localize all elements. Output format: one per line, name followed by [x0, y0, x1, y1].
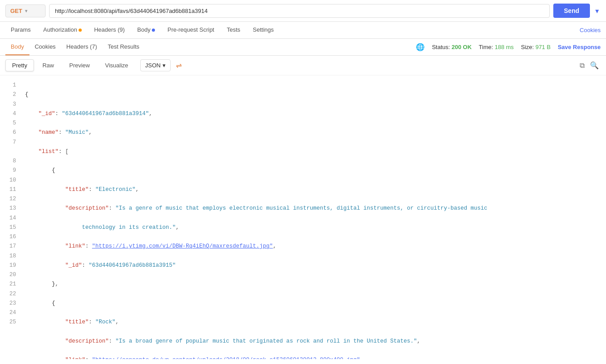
json-label: JSON	[145, 62, 161, 69]
send-dropdown-button[interactable]: ▾	[593, 7, 601, 15]
method-select[interactable]: GET ▾	[5, 4, 46, 17]
size-value: 971 B	[535, 44, 551, 50]
send-button[interactable]: Send	[553, 4, 590, 18]
format-pretty-button[interactable]: Pretty	[5, 59, 34, 71]
res-tab-cookies[interactable]: Cookies	[29, 39, 61, 55]
globe-icon: 🌐	[416, 43, 425, 51]
format-raw-button[interactable]: Raw	[36, 59, 61, 71]
response-tabs: Body Cookies Headers (7) Test Results 🌐 …	[0, 39, 606, 56]
request-tabs: Params Authorization Headers (9) Body Pr…	[0, 22, 606, 39]
save-response-button[interactable]: Save Response	[558, 44, 601, 50]
time-label: Time: 188 ms	[479, 44, 514, 50]
res-tab-test-results[interactable]: Test Results	[102, 39, 145, 55]
response-body: 12345 67 89 1011121314 1516171819 202122…	[0, 75, 606, 359]
size-label: Size: 971 B	[521, 44, 551, 50]
tab-prerequest[interactable]: Pre-request Script	[162, 22, 220, 38]
tab-authorization[interactable]: Authorization	[38, 22, 87, 38]
format-visualize-button[interactable]: Visualize	[98, 59, 135, 71]
res-tab-headers[interactable]: Headers (7)	[61, 39, 103, 55]
json-content: { "_id": "63d440641967ad6b881a3914", "na…	[20, 75, 606, 359]
json-chevron-icon: ▾	[163, 62, 166, 69]
filter-icon[interactable]: ⇌	[174, 59, 184, 71]
tab-params[interactable]: Params	[5, 22, 36, 38]
status-value: 200 OK	[451, 44, 472, 50]
copy-icon[interactable]: ⧉	[578, 60, 586, 71]
tab-settings[interactable]: Settings	[247, 22, 279, 38]
top-bar: GET ▾ Send ▾	[0, 0, 606, 22]
res-tab-body[interactable]: Body	[5, 39, 29, 55]
search-icon[interactable]: 🔍	[588, 59, 601, 71]
format-preview-button[interactable]: Preview	[63, 59, 96, 71]
tab-headers[interactable]: Headers (9)	[89, 22, 130, 38]
json-format-select[interactable]: JSON ▾	[140, 59, 171, 71]
tab-body[interactable]: Body	[132, 22, 160, 38]
url-input[interactable]	[49, 4, 550, 18]
response-status: 🌐 Status: 200 OK Time: 188 ms Size: 971 …	[416, 43, 601, 51]
body-dot	[152, 29, 155, 32]
cookies-link[interactable]: Cookies	[580, 22, 601, 38]
time-value: 188 ms	[495, 44, 514, 50]
tab-tests[interactable]: Tests	[222, 22, 246, 38]
method-chevron-icon: ▾	[25, 8, 27, 13]
authorization-dot	[79, 29, 82, 32]
method-label: GET	[10, 8, 22, 14]
format-bar: Pretty Raw Preview Visualize JSON ▾ ⇌ ⧉ …	[0, 56, 606, 75]
line-numbers: 12345 67 89 1011121314 1516171819 202122…	[0, 75, 20, 359]
status-label: Status: 200 OK	[432, 44, 472, 50]
